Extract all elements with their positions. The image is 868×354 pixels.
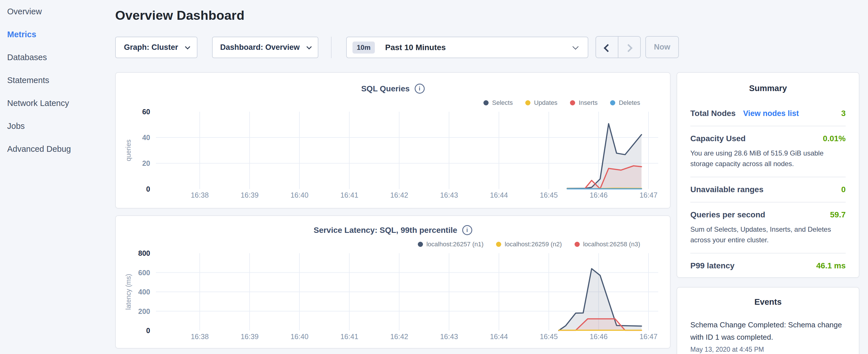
summary-row: P99 latency46.1 ms bbox=[690, 253, 846, 278]
time-step-back-button[interactable] bbox=[596, 37, 618, 58]
sidebar-item-statements[interactable]: Statements bbox=[0, 69, 115, 92]
page-title: Overview Dashboard bbox=[115, 8, 244, 23]
events-title: Events bbox=[690, 297, 846, 307]
view-nodes-list-link[interactable]: View nodes list bbox=[743, 109, 799, 118]
svg-text:16:44: 16:44 bbox=[490, 191, 508, 199]
svg-text:16:41: 16:41 bbox=[340, 332, 359, 341]
svg-text:0: 0 bbox=[146, 185, 150, 193]
time-step-forward-button[interactable] bbox=[618, 37, 640, 58]
svg-text:60: 60 bbox=[142, 108, 150, 116]
svg-text:16:47: 16:47 bbox=[640, 332, 658, 341]
sidebar-item-overview[interactable]: Overview bbox=[0, 0, 115, 23]
summary-row-label: Unavailable ranges bbox=[690, 185, 764, 194]
service-latency-chart-card: Service Latency: SQL, 99th percentile i … bbox=[115, 215, 671, 349]
svg-text:16:44: 16:44 bbox=[490, 332, 508, 341]
svg-text:16:47: 16:47 bbox=[640, 191, 658, 199]
now-button[interactable]: Now bbox=[645, 36, 679, 58]
svg-text:16:40: 16:40 bbox=[290, 191, 309, 199]
chevron-down-icon bbox=[306, 44, 311, 49]
svg-text:16:42: 16:42 bbox=[390, 332, 408, 341]
sidebar-item-jobs[interactable]: Jobs bbox=[0, 115, 115, 137]
event-message: Schema Change Completed: Schema change w… bbox=[690, 319, 846, 344]
svg-text:16:39: 16:39 bbox=[241, 332, 259, 341]
svg-text:16:43: 16:43 bbox=[440, 332, 458, 341]
chevron-left-icon bbox=[604, 44, 612, 52]
summary-row-value: 59.7 bbox=[830, 210, 846, 219]
events-panel: Events Schema Change Completed: Schema c… bbox=[677, 287, 859, 354]
summary-row-value: 0 bbox=[841, 185, 846, 194]
chevron-right-icon bbox=[624, 44, 632, 52]
svg-text:20: 20 bbox=[142, 159, 150, 167]
event-timestamp: May 13, 2020 at 4:45 PM bbox=[690, 346, 846, 353]
summary-row: Capacity Used0.01%You are using 28.6 MiB… bbox=[690, 126, 846, 177]
summary-row-value: 46.1 ms bbox=[816, 261, 846, 270]
svg-text:latency (ms): latency (ms) bbox=[125, 274, 132, 310]
svg-text:16:40: 16:40 bbox=[290, 332, 309, 341]
svg-text:16:46: 16:46 bbox=[590, 332, 608, 341]
svg-text:queries: queries bbox=[125, 139, 132, 161]
time-step-buttons bbox=[595, 36, 641, 58]
graph-scope-dropdown[interactable]: Graph: Cluster bbox=[115, 37, 197, 58]
summary-row-label: Queries per second bbox=[690, 210, 765, 219]
sidebar-item-metrics[interactable]: Metrics bbox=[0, 23, 115, 46]
time-range-badge: 10m bbox=[352, 41, 375, 54]
chart-plot[interactable]: 16:3816:3916:4016:4116:4216:4316:4416:45… bbox=[116, 216, 671, 349]
dashboard-dropdown[interactable]: Dashboard: Overview bbox=[212, 37, 318, 58]
svg-text:16:38: 16:38 bbox=[191, 332, 209, 341]
summary-row: Queries per second59.7Sum of Selects, Up… bbox=[690, 202, 846, 253]
svg-text:16:42: 16:42 bbox=[390, 191, 408, 199]
summary-row-label: P99 latency bbox=[690, 261, 735, 270]
summary-title: Summary bbox=[690, 84, 846, 93]
sql-queries-chart-card: SQL Queries i SelectsUpdatesInsertsDelet… bbox=[115, 72, 671, 208]
svg-text:16:43: 16:43 bbox=[440, 191, 458, 199]
chart-plot[interactable]: 16:3816:3916:4016:4116:4216:4316:4416:45… bbox=[116, 73, 671, 209]
svg-text:16:46: 16:46 bbox=[590, 191, 608, 199]
svg-text:600: 600 bbox=[138, 269, 150, 277]
svg-text:16:39: 16:39 bbox=[241, 191, 259, 199]
summary-row-label: Capacity Used bbox=[690, 134, 746, 143]
svg-text:40: 40 bbox=[142, 133, 150, 141]
time-range-dropdown[interactable]: 10m Past 10 Minutes bbox=[346, 37, 588, 58]
svg-text:400: 400 bbox=[138, 288, 150, 296]
summary-row-description: You are using 28.6 MiB of 515.9 GiB usab… bbox=[690, 148, 846, 169]
summary-row-label: Total Nodes bbox=[690, 109, 736, 118]
chevron-down-icon bbox=[185, 44, 190, 49]
svg-text:16:45: 16:45 bbox=[540, 191, 558, 199]
controls-divider bbox=[331, 37, 332, 58]
sidebar-item-databases[interactable]: Databases bbox=[0, 46, 115, 69]
svg-text:16:45: 16:45 bbox=[540, 332, 558, 341]
svg-text:800: 800 bbox=[138, 249, 150, 257]
graph-scope-dropdown-label: Graph: Cluster bbox=[124, 43, 178, 52]
svg-text:16:38: 16:38 bbox=[191, 191, 209, 199]
summary-row: Unavailable ranges0 bbox=[690, 177, 846, 202]
sidebar-item-network-latency[interactable]: Network Latency bbox=[0, 92, 115, 115]
svg-text:16:41: 16:41 bbox=[340, 191, 359, 199]
summary-row-description: Sum of Selects, Updates, Inserts, and De… bbox=[690, 224, 846, 245]
summary-panel: Summary Total NodesView nodes list3Capac… bbox=[677, 72, 859, 278]
sidebar: OverviewMetricsDatabasesStatementsNetwor… bbox=[0, 0, 115, 354]
sidebar-item-advanced-debug[interactable]: Advanced Debug bbox=[0, 137, 115, 160]
svg-text:200: 200 bbox=[138, 307, 150, 315]
summary-row-value: 0.01% bbox=[823, 134, 846, 143]
chevron-down-icon bbox=[572, 43, 579, 50]
summary-row-value: 3 bbox=[841, 109, 846, 118]
svg-text:0: 0 bbox=[146, 326, 150, 334]
time-range-label: Past 10 Minutes bbox=[385, 43, 446, 52]
summary-row: Total NodesView nodes list3 bbox=[690, 101, 846, 126]
dashboard-dropdown-label: Dashboard: Overview bbox=[220, 43, 300, 52]
